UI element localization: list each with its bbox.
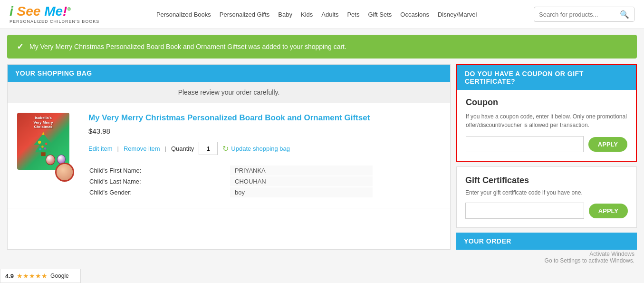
search-input[interactable] [534,11,615,18]
ornament-face [57,164,73,180]
table-row: Child's First Name: PRIYANKA [89,166,373,176]
book-cover: Isabella'sVery MerryChristmas [17,113,69,170]
svg-point-6 [39,148,41,150]
nav-adults[interactable]: Adults [321,11,338,18]
search-button[interactable]: 🔍 [615,7,634,21]
coupon-section-header: DO YOU HAVE A COUPON OR GIFT CERTIFICATE… [457,65,636,90]
svg-point-4 [41,146,44,148]
coupon-input-row: APPLY [466,136,627,152]
field-value-firstname: PRIYANKA [230,166,373,176]
qty-label: Quantity [171,145,194,152]
coupon-description: If you have a coupon code, enter it belo… [466,112,627,129]
book-cover-title: Isabella'sVery MerryChristmas [32,116,55,129]
gift-cert-description: Enter your gift certificate code if you … [465,189,628,196]
shopping-bag: YOUR SHOPPING BAG Please review your ord… [7,64,451,250]
logo-space2 [40,4,44,19]
refresh-icon: ↻ [222,144,229,153]
nav-kids[interactable]: Kids [301,11,313,18]
nav-baby[interactable]: Baby [278,11,292,18]
right-sidebar: DO YOU HAVE A COUPON OR GIFT CERTIFICATE… [456,64,637,250]
logo-subtitle: PERSONALIZED CHILDREN'S BOOKS [10,19,99,24]
christmas-tree-icon [31,132,55,158]
notification-message: My Very Merry Christmas Personalized Boa… [29,43,346,50]
coupon-title: Coupon [466,98,627,107]
shopping-bag-header: YOUR SHOPPING BAG [8,65,450,82]
product-details: My Very Merry Christmas Personalized Boa… [88,113,441,198]
gift-certificate-section: Gift Certificates Enter your gift certif… [456,166,637,228]
photo-ornament [55,163,74,182]
table-row: Child's Gender: boy [89,187,373,197]
main-content: YOUR SHOPPING BAG Please review your ord… [7,64,637,250]
review-notice: Please review your order carefully. [8,82,450,103]
divider-1: | [117,145,119,152]
your-order-header: YOUR ORDER [456,233,637,250]
field-value-lastname: CHOUHAN [230,176,373,186]
logo-me: Me [44,4,63,19]
cart-item: Isabella'sVery MerryChristmas [8,103,450,208]
logo-trademark: ® [67,7,70,12]
svg-point-3 [45,143,48,145]
svg-rect-1 [41,152,45,156]
table-row: Child's Last Name: CHOUHAN [89,176,373,186]
coupon-code-input[interactable] [466,136,584,152]
nav-occasions[interactable]: Occasions [400,11,429,18]
update-bag-link[interactable]: ↻ Update shopping bag [222,144,290,153]
svg-point-5 [44,147,47,150]
svg-marker-0 [34,134,52,152]
remove-item-link[interactable]: Remove item [124,145,160,152]
field-value-gender: boy [230,187,373,197]
gift-cert-apply-button[interactable]: APPLY [589,204,628,218]
logo: i See Me!® [10,5,71,18]
svg-marker-7 [42,132,45,135]
nav-disney-marvel[interactable]: Disney/Marvel [438,11,477,18]
gift-cert-code-input[interactable] [465,203,584,219]
nav-pets[interactable]: Pets [347,11,359,18]
gift-cert-title: Gift Certificates [465,176,628,185]
quantity-input[interactable] [199,142,218,155]
coupon-apply-button[interactable]: APPLY [588,137,627,152]
svg-point-2 [38,141,41,144]
ornament-1 [46,155,55,165]
cart-actions: Edit item | Remove item | Quantity ↻ Upd… [88,142,441,155]
logo-area: i See Me!® PERSONALIZED CHILDREN'S BOOKS [10,5,99,24]
product-image: Isabella'sVery MerryChristmas [17,113,79,179]
nav-gift-sets[interactable]: Gift Sets [368,11,392,18]
logo-exclaim: ! [63,4,67,19]
coupon-section: DO YOU HAVE A COUPON OR GIFT CERTIFICATE… [456,64,637,162]
search-box: 🔍 [534,7,634,22]
logo-i: i [10,4,13,19]
divider-2: | [165,145,166,152]
gift-cert-input-row: APPLY [465,203,628,219]
main-nav: Personalized Books Personalized Gifts Ba… [156,11,477,18]
product-name-link[interactable]: My Very Merry Christmas Personalized Boa… [88,113,441,123]
field-label-lastname: Child's Last Name: [89,176,229,186]
page-header: i See Me!® PERSONALIZED CHILDREN'S BOOKS… [0,0,644,29]
nav-personalized-gifts[interactable]: Personalized Gifts [220,11,270,18]
nav-personalized-books[interactable]: Personalized Books [156,11,211,18]
logo-space [13,4,17,19]
product-price: $43.98 [88,127,441,135]
checkmark-icon: ✓ [17,41,24,52]
field-label-firstname: Child's First Name: [89,166,229,176]
edit-item-link[interactable]: Edit item [88,145,113,152]
personalization-table: Child's First Name: PRIYANKA Child's Las… [88,165,374,198]
logo-see: See [17,4,41,19]
update-bag-label: Update shopping bag [231,145,290,152]
field-label-gender: Child's Gender: [89,187,229,197]
notification-bar: ✓ My Very Merry Christmas Personalized B… [7,35,637,59]
